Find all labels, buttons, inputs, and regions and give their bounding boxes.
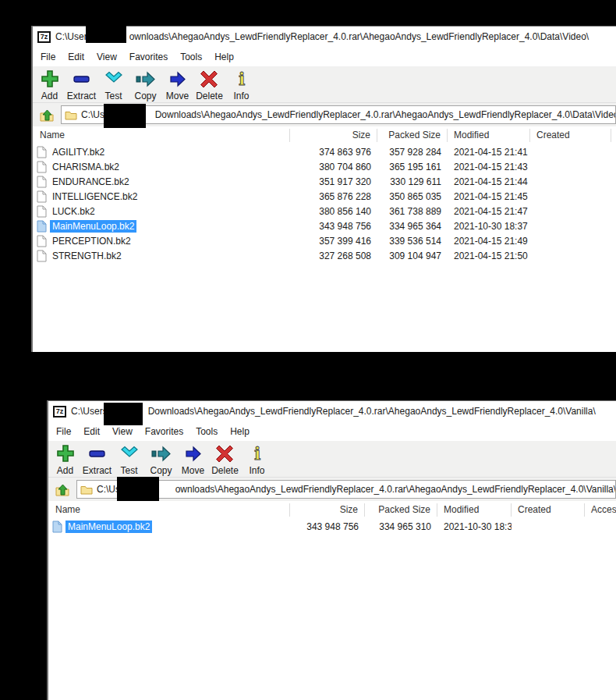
test-chevron-icon <box>119 443 140 465</box>
toolbar-button-info[interactable]: Info <box>241 442 273 476</box>
parent-folder-icon <box>39 108 54 122</box>
file-icon <box>37 161 47 173</box>
toolbar: Add Extract Test Copy Move Delete Info <box>33 66 616 103</box>
move-arrow-icon <box>168 69 188 91</box>
file-row-selected[interactable]: MainMenuLoop.bk2 343 948 756 334 965 310… <box>48 519 616 534</box>
menu-item-help[interactable]: Help <box>224 423 256 440</box>
column-header-created[interactable]: Created <box>512 503 585 517</box>
window-title-path: C:\UsersDownloads\AhegaoAndys_LewdFriend… <box>71 406 596 417</box>
folder-icon <box>80 485 93 495</box>
file-icon <box>52 521 62 533</box>
file-icon <box>37 176 47 188</box>
file-row[interactable]: LUCK.bk2 380 856 140 361 738 889 2021-04… <box>33 204 616 219</box>
file-row[interactable]: STRENGTH.bk2 327 268 508 309 104 947 202… <box>33 248 616 263</box>
file-icon <box>37 250 47 262</box>
column-header-size[interactable]: Size <box>290 129 377 142</box>
folder-icon <box>65 110 77 120</box>
toolbar-button-info[interactable]: Info <box>225 68 257 101</box>
delete-x-icon <box>199 69 220 91</box>
file-list: AGILITY.bk2 374 863 976 357 928 284 2021… <box>33 144 616 263</box>
toolbar-button-copy[interactable]: Copy <box>129 68 161 101</box>
column-header-modified[interactable]: Modified <box>437 503 512 517</box>
menu-item-favorites[interactable]: Favorites <box>139 423 189 440</box>
info-i-icon <box>232 69 252 91</box>
menu-item-view[interactable]: View <box>90 48 123 66</box>
test-chevron-icon <box>104 69 124 91</box>
column-header-row: Name Size Packed Size Modified Created A… <box>48 501 616 519</box>
extract-minus-icon <box>87 443 108 465</box>
file-icon <box>37 235 47 247</box>
address-path: C:\Usersownloads\AhegaoAndys_LewdFriendl… <box>97 484 616 495</box>
menu-item-help[interactable]: Help <box>208 48 240 66</box>
seven-zip-app-icon: 7z <box>53 406 66 418</box>
file-list: MainMenuLoop.bk2 343 948 756 334 965 310… <box>48 519 616 534</box>
toolbar-button-add[interactable]: Add <box>34 68 65 101</box>
window-title-path: C:\Userownloads\AhegaoAndys_LewdFriendly… <box>55 31 589 42</box>
parent-folder-button[interactable] <box>51 480 72 499</box>
column-header-row: Name Size Packed Size Modified Created A… <box>33 126 616 144</box>
menu-item-tools[interactable]: Tools <box>174 48 208 66</box>
seven-zip-window-vanilla: 7z C:\UsersDownloads\AhegaoAndys_LewdFri… <box>47 400 616 700</box>
add-plus-icon <box>55 443 76 465</box>
column-header-name[interactable]: Name <box>33 129 290 142</box>
file-row[interactable]: AGILITY.bk2 374 863 976 357 928 284 2021… <box>33 144 616 159</box>
toolbar-button-copy[interactable]: Copy <box>145 442 177 476</box>
toolbar-button-add[interactable]: Add <box>49 442 81 476</box>
file-icon <box>37 190 47 203</box>
file-icon <box>37 220 47 233</box>
copy-arrow-icon <box>135 69 156 91</box>
parent-folder-icon <box>55 483 69 496</box>
column-header-accessed[interactable]: Accessed <box>585 503 616 517</box>
column-header-packed-size[interactable]: Packed Size <box>377 129 448 142</box>
menu-item-edit[interactable]: Edit <box>77 423 106 440</box>
menu-item-file[interactable]: File <box>50 423 77 440</box>
file-row[interactable]: CHARISMA.bk2 380 704 860 365 195 161 202… <box>33 159 616 174</box>
toolbar-button-extract[interactable]: Extract <box>65 68 97 101</box>
info-i-icon <box>247 443 267 465</box>
column-header-size[interactable]: Size <box>290 503 365 517</box>
file-icon <box>37 205 47 218</box>
menu-item-tools[interactable]: Tools <box>189 423 224 440</box>
toolbar-button-extract[interactable]: Extract <box>81 442 113 476</box>
file-row[interactable]: PERCEPTION.bk2 357 399 416 339 536 514 2… <box>33 233 616 248</box>
column-header-created[interactable]: Created <box>530 129 611 142</box>
column-header-accessed[interactable]: Accessed <box>611 129 616 142</box>
menu-bar: File Edit View Favorites Tools Help <box>33 47 616 66</box>
address-path: C:\UserDownloads\AhegaoAndys_LewdFriendl… <box>81 109 616 120</box>
menu-item-file[interactable]: File <box>34 48 62 66</box>
column-header-modified[interactable]: Modified <box>448 129 530 142</box>
toolbar-button-test[interactable]: Test <box>113 442 145 476</box>
redaction-box <box>117 477 159 501</box>
move-arrow-icon <box>183 443 204 465</box>
delete-x-icon <box>214 443 235 465</box>
column-header-name[interactable]: Name <box>48 503 290 517</box>
file-row-selected[interactable]: MainMenuLoop.bk2 343 948 756 334 965 364… <box>33 219 616 233</box>
toolbar-button-move[interactable]: Move <box>177 442 209 476</box>
redaction-box <box>104 104 146 128</box>
add-plus-icon <box>40 69 60 91</box>
seven-zip-window-data-video: 7z C:\Userownloads\AhegaoAndys_LewdFrien… <box>31 26 616 352</box>
file-icon <box>37 146 47 158</box>
toolbar: Add Extract Test Copy Move Delete Info <box>48 441 616 478</box>
redaction-box <box>104 403 143 425</box>
file-row[interactable]: INTELLIGENCE.bk2 365 876 228 350 865 035… <box>33 189 616 204</box>
seven-zip-app-icon: 7z <box>37 31 51 43</box>
toolbar-button-delete[interactable]: Delete <box>209 442 241 476</box>
toolbar-button-test[interactable]: Test <box>97 68 129 101</box>
extract-minus-icon <box>72 69 92 91</box>
column-header-packed-size[interactable]: Packed Size <box>365 503 437 517</box>
copy-arrow-icon <box>150 443 172 465</box>
toolbar-button-move[interactable]: Move <box>161 68 193 101</box>
parent-folder-button[interactable] <box>36 105 56 124</box>
menu-item-favorites[interactable]: Favorites <box>123 48 174 66</box>
menu-item-edit[interactable]: Edit <box>62 48 90 66</box>
toolbar-button-delete[interactable]: Delete <box>193 68 225 101</box>
redaction-box <box>86 0 126 43</box>
file-row[interactable]: ENDURANCE.bk2 351 917 320 330 129 611 20… <box>33 174 616 189</box>
